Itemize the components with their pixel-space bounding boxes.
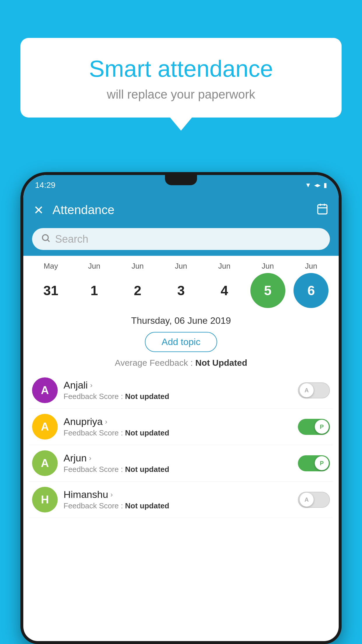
phone-screen: 14:29 ▼ ◂▸ ▮ ✕ Attendance	[23, 175, 339, 641]
notch	[165, 175, 197, 185]
student-avatar: A	[32, 377, 58, 403]
student-item[interactable]: A Arjun › Feedback Score : Not updated P	[29, 445, 333, 482]
toggle-thumb: A	[300, 493, 314, 507]
app-bar-title: Attendance	[52, 203, 316, 217]
student-name: Anjali ›	[64, 379, 292, 391]
wifi-icon: ▼	[305, 181, 311, 189]
attendance-toggle[interactable]: A	[298, 492, 330, 508]
chevron-right-icon: ›	[105, 418, 107, 426]
phone-frame: 14:29 ▼ ◂▸ ▮ ✕ Attendance	[20, 172, 342, 644]
month-2: Jun	[120, 262, 155, 271]
search-container: Search	[23, 225, 339, 256]
calendar-day-31[interactable]: 31	[33, 273, 68, 308]
toggle-thumb: P	[315, 456, 329, 470]
toggle-thumb: P	[315, 420, 329, 434]
attendance-toggle[interactable]: P	[298, 419, 330, 435]
toggle-thumb: A	[300, 383, 314, 397]
calendar-icon[interactable]	[316, 203, 328, 218]
student-feedback: Feedback Score : Not updated	[64, 428, 292, 438]
signal-icon: ◂▸	[314, 181, 321, 189]
student-item[interactable]: H Himanshu › Feedback Score : Not update…	[29, 482, 333, 518]
svg-point-4	[43, 235, 48, 240]
calendar-day-1[interactable]: 1	[77, 273, 112, 308]
student-name: Anupriya ›	[64, 416, 292, 427]
student-name: Himanshu ›	[64, 489, 292, 500]
student-feedback: Feedback Score : Not updated	[64, 501, 292, 510]
attendance-toggle[interactable]: P	[298, 455, 330, 471]
avg-feedback-label: Average Feedback :	[115, 358, 193, 368]
calendar-day-2[interactable]: 2	[120, 273, 155, 308]
avg-feedback-value: Not Updated	[195, 358, 247, 368]
chevron-right-icon: ›	[110, 491, 113, 499]
toggle-off[interactable]: A	[298, 382, 330, 398]
student-info: Anjali › Feedback Score : Not updated	[64, 379, 292, 401]
search-bar[interactable]: Search	[32, 228, 330, 250]
bubble-title: Smart attendance	[35, 55, 327, 82]
calendar-strip: May Jun Jun Jun Jun Jun Jun 31 1 2 3 4 5…	[23, 256, 339, 311]
avg-feedback: Average Feedback : Not Updated	[23, 356, 339, 372]
search-icon	[41, 233, 51, 245]
student-info: Anupriya › Feedback Score : Not updated	[64, 416, 292, 438]
status-icons: ▼ ◂▸ ▮	[305, 181, 327, 189]
speech-bubble-container: Smart attendance will replace your paper…	[20, 38, 342, 118]
status-time: 14:29	[35, 181, 55, 190]
search-placeholder: Search	[55, 233, 88, 245]
calendar-days: 31 1 2 3 4 5 6	[29, 273, 333, 308]
toggle-off[interactable]: A	[298, 492, 330, 508]
calendar-day-3[interactable]: 3	[164, 273, 198, 308]
bubble-subtitle: will replace your paperwork	[35, 88, 327, 102]
month-3: Jun	[164, 262, 198, 271]
toggle-on[interactable]: P	[298, 455, 330, 471]
svg-line-5	[48, 240, 50, 242]
svg-rect-0	[318, 205, 327, 214]
student-feedback: Feedback Score : Not updated	[64, 465, 292, 474]
calendar-day-4[interactable]: 4	[207, 273, 242, 308]
student-name: Arjun ›	[64, 452, 292, 464]
student-list: A Anjali › Feedback Score : Not updated …	[23, 372, 339, 641]
student-feedback: Feedback Score : Not updated	[64, 392, 292, 401]
student-info: Arjun › Feedback Score : Not updated	[64, 452, 292, 474]
student-avatar: H	[32, 487, 58, 512]
chevron-right-icon: ›	[89, 454, 91, 462]
speech-bubble: Smart attendance will replace your paper…	[20, 38, 342, 118]
calendar-months: May Jun Jun Jun Jun Jun Jun	[29, 262, 333, 271]
calendar-day-5[interactable]: 5	[250, 273, 285, 308]
student-avatar: A	[32, 414, 58, 440]
chevron-right-icon: ›	[90, 381, 92, 389]
battery-icon: ▮	[324, 181, 327, 189]
selected-date: Thursday, 06 June 2019	[23, 311, 339, 329]
student-item[interactable]: A Anupriya › Feedback Score : Not update…	[29, 409, 333, 445]
app-bar: ✕ Attendance	[23, 195, 339, 225]
attendance-toggle[interactable]: A	[298, 382, 330, 398]
student-info: Himanshu › Feedback Score : Not updated	[64, 489, 292, 510]
month-5: Jun	[250, 262, 285, 271]
close-button[interactable]: ✕	[34, 203, 44, 217]
student-avatar: A	[32, 450, 58, 476]
month-1: Jun	[77, 262, 112, 271]
add-topic-button[interactable]: Add topic	[145, 332, 217, 352]
student-item[interactable]: A Anjali › Feedback Score : Not updated …	[29, 372, 333, 409]
month-6: Jun	[294, 262, 328, 271]
toggle-on[interactable]: P	[298, 419, 330, 435]
status-bar: 14:29 ▼ ◂▸ ▮	[23, 175, 339, 195]
month-4: Jun	[207, 262, 242, 271]
add-topic-container: Add topic	[23, 329, 339, 356]
month-0: May	[33, 262, 68, 271]
calendar-day-6[interactable]: 6	[294, 273, 328, 308]
